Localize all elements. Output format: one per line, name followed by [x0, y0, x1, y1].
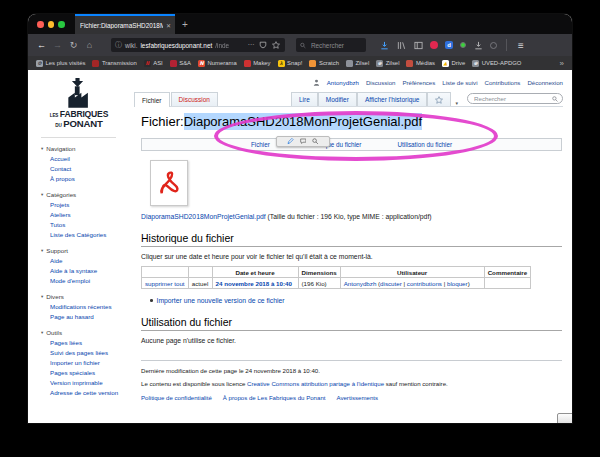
bookmark-medias[interactable]: Médias [406, 60, 435, 67]
sidebar-link-ateliers[interactable]: Ateliers [50, 210, 126, 220]
bookmark-uved[interactable]: ⊕UVED-APDGO [472, 60, 521, 67]
site-info-icon[interactable]: ⓘ [115, 40, 122, 50]
sidebar-link-page-au-hasard[interactable]: Page au hasard [50, 312, 126, 322]
speech-bubble-icon[interactable] [300, 138, 307, 145]
page-actions-icon[interactable]: ⋯ [248, 41, 256, 49]
sidebar-link-contact[interactable]: Contact [50, 164, 126, 174]
sidebar-link-pages-liees[interactable]: Pages liées [50, 338, 126, 348]
tab-historique[interactable]: Afficher l'historique [357, 92, 428, 106]
bookmarks-overflow-chevron[interactable]: » [560, 59, 564, 68]
sidebar-link-aide[interactable]: Aide [50, 256, 126, 266]
minimize-window-button[interactable] [48, 21, 55, 28]
revision-date-link[interactable]: 24 novembre 2018 à 10:40 [216, 280, 292, 287]
sidebar-link-pages-speciales[interactable]: Pages spéciales [50, 368, 126, 378]
new-tab-button[interactable]: + [175, 14, 195, 34]
pencil-icon[interactable] [287, 138, 294, 145]
sidebar-toggle-icon[interactable] [413, 40, 423, 50]
upload-new-version-link[interactable]: Importer une nouvelle version de ce fich… [157, 297, 285, 304]
more-actions-caret-icon[interactable]: ▾ [451, 100, 462, 106]
section-heading[interactable]: ▾Navigation [41, 145, 126, 152]
personal-watchlist-link[interactable]: Liste de suivi [442, 79, 477, 86]
sidebar-link-mode-emploi[interactable]: Mode d'emploi [50, 276, 126, 286]
sidebar-link-projets[interactable]: Projets [50, 200, 126, 210]
cc-license-badge[interactable] [557, 413, 572, 423]
bloquer-link[interactable]: bloquer [447, 280, 468, 287]
close-window-button[interactable] [37, 21, 44, 28]
section-heading[interactable]: ▾Support [41, 247, 126, 254]
sidebar-link-modifications-recentes[interactable]: Modifications récentes [50, 302, 126, 312]
account-icon[interactable] [490, 42, 497, 49]
bookmark-scratch[interactable]: Scratch [309, 60, 338, 67]
bookmark-asi[interactable]: IIASI [144, 60, 163, 67]
magnifier-icon[interactable] [312, 138, 319, 145]
bookmark-drive[interactable]: ▲Drive [442, 60, 465, 67]
tab-discussion[interactable]: Discussion [171, 92, 218, 106]
downloads-icon[interactable] [379, 40, 389, 50]
bookmark-label: UVED-APDGO [482, 60, 522, 66]
pocket-icon[interactable] [258, 40, 268, 50]
home-button[interactable]: ⌂ [83, 41, 96, 50]
sidebar-link-suivi-pages-liees[interactable]: Suivi des pages liées [50, 348, 126, 358]
library-icon[interactable] [396, 40, 406, 50]
save-download-icon[interactable] [473, 40, 483, 50]
bookmark-zilsel-1[interactable]: Zilsel [346, 60, 369, 67]
wiki-search-input[interactable] [472, 94, 552, 103]
browser-search-bar[interactable] [296, 38, 366, 52]
adblock-extension-icon[interactable] [430, 41, 438, 49]
sidebar-link-importer-fichier[interactable]: Importer un fichier [50, 358, 126, 368]
bookmark-most-visited[interactable]: ⚙Les plus visités [36, 60, 85, 67]
bookmark-transmission[interactable]: Transmission [92, 60, 136, 67]
sidebar-link-version-imprimable[interactable]: Version imprimable [50, 378, 126, 388]
tab-lire[interactable]: Lire [291, 92, 318, 106]
user-link[interactable]: Antonydbzh [344, 280, 377, 287]
browser-search-input[interactable] [309, 41, 362, 50]
personal-preferences-link[interactable]: Préférences [402, 79, 435, 86]
wiki-sidebar: LES FABRIQUES DU PONANT ▾Navigation Accu… [28, 70, 130, 423]
site-logo[interactable]: LES FABRIQUES DU PONANT [41, 78, 117, 129]
privacy-link[interactable]: Politique de confidentialité [141, 394, 212, 401]
tab-modifier[interactable]: Modifier [318, 92, 357, 106]
about-link[interactable]: À propos de Les Fabriques du Ponant [223, 394, 326, 401]
sidebar-link-adresse-version[interactable]: Adresse de cette version [50, 388, 120, 398]
back-button[interactable]: ← [35, 41, 48, 50]
bookmark-snap[interactable]: λSnap! [278, 60, 303, 67]
section-heading[interactable]: ▾Divers [41, 293, 126, 300]
section-heading[interactable]: ▾Catégories [41, 191, 126, 198]
disclaimer-link[interactable]: Avertissements [336, 394, 378, 401]
forward-button[interactable]: → [51, 41, 64, 50]
sidebar-link-tutos[interactable]: Tutos [50, 220, 126, 230]
delete-all-link[interactable]: supprimer tout [145, 280, 185, 287]
green-extension-icon[interactable] [460, 42, 466, 48]
file-download-link[interactable]: DiaporamaSHD2018MonProjetGenial.pdf [141, 213, 266, 220]
personal-logout-link[interactable]: Déconnexion [527, 79, 563, 86]
section-heading[interactable]: ▾Outils [41, 329, 126, 336]
zoom-window-button[interactable] [58, 21, 65, 28]
bookmark-makey[interactable]: Makey [244, 60, 271, 67]
reload-button[interactable]: ↻ [67, 41, 80, 50]
bookmark-sa[interactable]: S&A [170, 60, 191, 67]
url-bar[interactable]: ⓘ wiki.lesfabriquesduponant.net/inde ⋯ [111, 38, 285, 52]
browser-tab[interactable]: Fichier:DiaporamaSHD2018MonPro ✕ [75, 14, 175, 34]
personal-user-link[interactable]: Antonydbzh [327, 79, 359, 86]
sidebar-link-accueil[interactable]: Accueil [50, 154, 126, 164]
wiki-search-box[interactable] [467, 93, 563, 104]
discuter-link[interactable]: discuter [380, 280, 402, 287]
toc-link-fichier[interactable]: Fichier [251, 141, 270, 148]
personal-discussion-link[interactable]: Discussion [366, 79, 395, 86]
contributions-link[interactable]: contributions [407, 280, 442, 287]
d-extension-icon[interactable]: d [445, 41, 453, 49]
hamburger-menu-icon[interactable]: ≡ [518, 40, 524, 51]
bookmark-numerama[interactable]: NNumerama [198, 60, 237, 67]
bookmark-star-icon[interactable] [271, 40, 281, 50]
tab-close-icon[interactable]: ✕ [166, 22, 171, 29]
watch-star-icon[interactable] [427, 92, 451, 106]
sidebar-link-a-propos[interactable]: À propos [50, 174, 126, 184]
toc-link-utilisation[interactable]: Utilisation du fichier [397, 141, 452, 148]
pdf-thumbnail[interactable] [150, 160, 188, 206]
license-link[interactable]: Creative Commons attribution partage à l… [247, 380, 384, 387]
sidebar-link-aide-syntaxe[interactable]: Aide à la syntaxe [50, 266, 126, 276]
bookmark-zilsel-2[interactable]: ⊕Zilsel [376, 60, 399, 67]
tab-fichier[interactable]: Fichier [134, 92, 170, 107]
personal-contributions-link[interactable]: Contributions [485, 79, 521, 86]
sidebar-link-liste-categories[interactable]: Liste des Catégories [50, 230, 126, 240]
